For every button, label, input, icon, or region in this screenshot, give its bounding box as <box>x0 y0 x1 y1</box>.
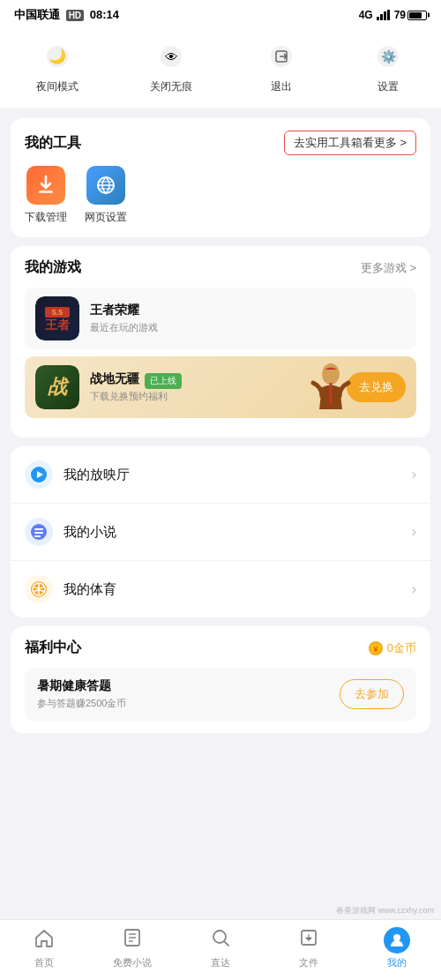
watermark: 春蚕游戏网 www.czxhy.com <box>336 905 434 916</box>
battle-name-row: 战地无疆 已上线 <box>90 371 336 390</box>
welfare-section: 福利中心 ¥ 0金币 暑期健康答题 参与答题赚2500金币 去参加 <box>11 626 430 733</box>
sports-icon <box>25 575 53 603</box>
chevron-cinema: › <box>412 467 416 483</box>
cinema-label: 我的放映厅 <box>64 467 401 483</box>
settings-icon: ⚙️ <box>370 39 406 74</box>
svg-rect-3 <box>387 10 390 20</box>
svg-rect-21 <box>34 535 41 537</box>
game-item-wzry[interactable]: 5.5 王者 王者荣耀 最近在玩的游戏 <box>25 288 416 349</box>
games-section: 我的游戏 更多游戏 > 5.5 王者 王者荣耀 最近在玩的游戏 战 <box>11 246 430 438</box>
novel-icon <box>25 518 53 546</box>
close-trace-label: 关闭无痕 <box>150 79 192 94</box>
wzry-info: 王者荣耀 最近在玩的游戏 <box>90 303 406 334</box>
nav-home-label: 首页 <box>34 956 54 969</box>
welfare-item-info: 暑期健康答题 参与答题赚2500金币 <box>37 678 329 710</box>
coin-badge: ¥ 0金币 <box>368 640 416 656</box>
welfare-desc: 参与答题赚2500金币 <box>37 697 329 710</box>
nav-direct-label: 直达 <box>211 956 230 969</box>
status-bar: 中国联通 HD 08:14 4G 79 <box>0 0 441 28</box>
games-more-link[interactable]: 更多游戏 > <box>361 260 416 276</box>
quick-actions-bar: 🌙 夜间模式 👁 关闭无痕 退出 ⚙️ 设置 <box>0 28 441 109</box>
games-title: 我的游戏 <box>25 258 81 277</box>
carrier-time: 中国联通 HD 08:14 <box>14 7 119 23</box>
tool-web-settings[interactable]: 网页设置 <box>85 166 127 225</box>
svg-rect-12 <box>39 191 53 193</box>
wzry-desc: 最近在玩的游戏 <box>90 321 406 334</box>
quick-action-exit[interactable]: 退出 <box>264 39 299 94</box>
signal-text: 4G <box>359 9 373 21</box>
menu-item-sports[interactable]: 我的体育 › <box>11 561 430 617</box>
participate-button[interactable]: 去参加 <box>340 679 404 709</box>
wzry-name: 王者荣耀 <box>90 303 406 318</box>
battery-indicator: 79 <box>394 9 427 21</box>
svg-point-14 <box>322 363 340 385</box>
exchange-button[interactable]: 去兑换 <box>347 372 406 402</box>
web-settings-label: 网页设置 <box>85 210 127 225</box>
status-indicators: 4G 79 <box>359 9 427 21</box>
bottom-nav: 首页 免费小说 直达 文件 我的 <box>0 919 441 980</box>
download-label: 下载管理 <box>25 210 67 225</box>
nav-novel[interactable]: 免费小说 <box>106 927 159 969</box>
nav-home[interactable]: 首页 <box>18 927 71 969</box>
battery-icon <box>407 11 427 20</box>
close-trace-icon: 👁 <box>153 39 189 74</box>
battle-badge: 已上线 <box>145 373 182 389</box>
mine-icon <box>384 927 410 954</box>
nav-files-label: 文件 <box>299 956 318 969</box>
battle-character <box>306 356 355 418</box>
battle-name: 战地无疆 <box>90 371 139 387</box>
svg-text:🌙: 🌙 <box>49 48 66 64</box>
welfare-name: 暑期健康答题 <box>37 678 329 694</box>
quick-action-night[interactable]: 🌙 夜间模式 <box>36 39 78 94</box>
tool-download[interactable]: 下载管理 <box>25 166 67 225</box>
coin-icon: ¥ <box>368 640 384 656</box>
svg-rect-0 <box>377 17 379 20</box>
menu-item-cinema[interactable]: 我的放映厅 › <box>11 446 430 504</box>
welfare-item: 暑期健康答题 参与答题赚2500金币 去参加 <box>25 668 416 721</box>
battle-icon: 战 <box>35 365 79 409</box>
settings-label: 设置 <box>377 79 399 94</box>
nav-mine-label: 我的 <box>387 956 407 969</box>
tools-title: 我的工具 <box>25 134 81 153</box>
night-mode-label: 夜间模式 <box>36 79 78 94</box>
svg-text:👁: 👁 <box>164 49 177 64</box>
novel-label: 我的小说 <box>64 524 401 541</box>
svg-point-29 <box>213 931 226 943</box>
battle-desc: 下载兑换预约福利 <box>90 390 336 403</box>
novel-nav-icon <box>122 927 143 954</box>
games-header: 我的游戏 更多游戏 > <box>25 258 416 277</box>
menu-item-novel[interactable]: 我的小说 › <box>11 504 430 561</box>
chevron-sports: › <box>412 581 416 597</box>
nav-novel-label: 免费小说 <box>113 956 152 969</box>
chevron-novel: › <box>412 524 416 540</box>
svg-text:¥: ¥ <box>373 645 377 654</box>
svg-point-31 <box>393 934 400 941</box>
exit-icon <box>264 39 299 74</box>
welfare-title: 福利中心 <box>25 639 81 657</box>
tools-more-button[interactable]: 去实用工具箱看更多 > <box>284 131 416 155</box>
sports-label: 我的体育 <box>64 581 401 598</box>
exit-label: 退出 <box>271 79 292 94</box>
nav-files[interactable]: 文件 <box>282 927 335 969</box>
cinema-icon <box>25 460 53 489</box>
game-item-battle[interactable]: 战 战地无疆 已上线 下载兑换预约福利 去兑换 <box>25 356 416 418</box>
signal-icon <box>377 10 391 20</box>
svg-rect-2 <box>384 11 386 20</box>
tools-grid: 下载管理 网页设置 <box>25 166 416 225</box>
svg-rect-20 <box>34 532 43 534</box>
direct-icon <box>210 927 231 954</box>
quick-action-close-trace[interactable]: 👁 关闭无痕 <box>150 39 192 94</box>
download-icon <box>26 166 65 205</box>
svg-rect-1 <box>380 14 383 20</box>
night-mode-icon: 🌙 <box>40 39 75 74</box>
tools-section: 我的工具 去实用工具箱看更多 > 下载管理 <box>11 118 430 237</box>
home-icon <box>34 927 55 954</box>
quick-action-settings[interactable]: ⚙️ 设置 <box>370 39 406 94</box>
nav-direct[interactable]: 直达 <box>194 927 247 969</box>
battle-info: 战地无疆 已上线 下载兑换预约福利 <box>90 371 336 403</box>
nav-mine[interactable]: 我的 <box>370 927 423 969</box>
wzry-icon: 5.5 王者 <box>35 296 79 340</box>
svg-text:⚙️: ⚙️ <box>380 49 396 64</box>
svg-rect-19 <box>34 528 43 530</box>
tools-header: 我的工具 去实用工具箱看更多 > <box>25 131 416 155</box>
